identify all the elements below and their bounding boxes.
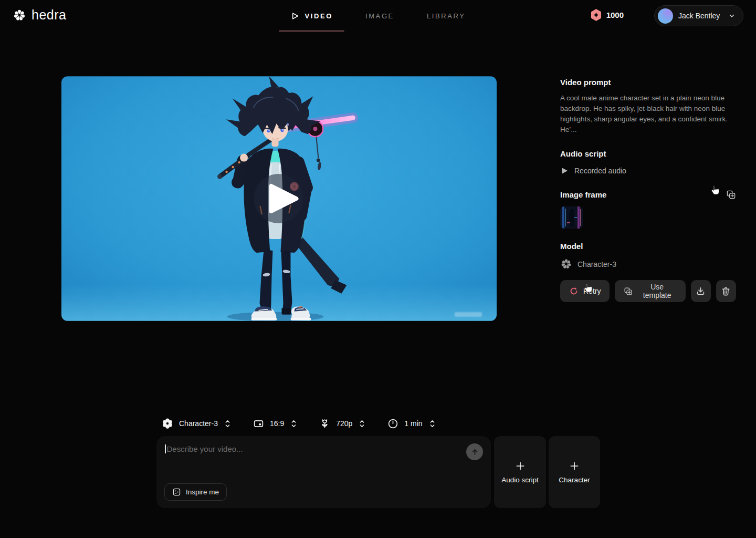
use-template-button[interactable]: Use template bbox=[615, 280, 685, 302]
play-outline-icon bbox=[291, 12, 300, 20]
macro-flower-icon bbox=[319, 418, 330, 429]
tab-label: IMAGE bbox=[365, 12, 394, 20]
sparkle-hexagon-icon bbox=[590, 8, 603, 22]
download-button[interactable] bbox=[691, 280, 711, 302]
recorded-audio-label: Recorded audio bbox=[574, 167, 626, 175]
model-select[interactable]: Character-3 bbox=[162, 418, 232, 429]
hedra-app: hedra VIDEO IMAGE LIBRARY 1000 bbox=[0, 0, 756, 538]
header: hedra VIDEO IMAGE LIBRARY 1000 bbox=[0, 0, 756, 32]
inspire-me-button[interactable]: Inspire me bbox=[164, 483, 227, 501]
aspect-ratio-select[interactable]: 16:9 bbox=[253, 418, 298, 429]
play-overlay-icon bbox=[254, 174, 303, 223]
model-title: Model bbox=[560, 242, 736, 251]
add-audio-script-button[interactable]: Audio script bbox=[494, 436, 546, 508]
copy-plus-icon bbox=[624, 286, 633, 296]
prompt-input[interactable]: Describe your video... bbox=[165, 444, 459, 453]
plus-icon bbox=[515, 461, 526, 471]
credits-count: 1000 bbox=[606, 11, 624, 19]
aspect-ratio-icon bbox=[253, 418, 264, 429]
tab-image[interactable]: IMAGE bbox=[365, 0, 394, 32]
clock-icon bbox=[387, 418, 398, 429]
arrow-up-icon bbox=[470, 448, 479, 457]
composer-settings: Character-3 16:9 720p bbox=[162, 415, 436, 432]
resolution-value: 720p bbox=[336, 419, 352, 428]
video-player[interactable] bbox=[61, 76, 497, 321]
aspect-ratio-value: 16:9 bbox=[270, 419, 284, 428]
add-character-button[interactable]: Character bbox=[549, 436, 600, 508]
video-prompt-title: Video prompt bbox=[560, 78, 736, 87]
profile-menu[interactable]: Jack Bentley bbox=[654, 5, 743, 26]
trash-icon bbox=[721, 286, 731, 296]
video-watermark bbox=[455, 312, 482, 317]
dice-icon bbox=[172, 488, 181, 496]
duration-select[interactable]: 1 min bbox=[387, 418, 436, 429]
image-frame-title: Image frame bbox=[560, 190, 606, 199]
video-thumbnail bbox=[61, 76, 497, 321]
logo-text: hedra bbox=[32, 7, 66, 23]
tab-label: VIDEO bbox=[305, 12, 333, 20]
logo[interactable]: hedra bbox=[13, 7, 66, 23]
chevron-updown-icon bbox=[290, 419, 298, 428]
image-frame-thumbnail[interactable] bbox=[560, 206, 583, 229]
chevron-updown-icon bbox=[428, 419, 436, 428]
flower-gear-icon bbox=[162, 418, 173, 429]
model-value: Character-3 bbox=[578, 260, 616, 268]
action-buttons: Retry Use template bbox=[560, 280, 736, 302]
main-tabs: VIDEO IMAGE LIBRARY bbox=[291, 0, 466, 32]
recorded-audio-row[interactable]: Recorded audio bbox=[560, 167, 736, 175]
tab-library[interactable]: LIBRARY bbox=[427, 0, 466, 32]
chevron-down-icon bbox=[728, 12, 736, 19]
model-row: Character-3 bbox=[560, 258, 736, 270]
model-select-value: Character-3 bbox=[179, 419, 218, 428]
user-name: Jack Bentley bbox=[678, 12, 723, 20]
generation-details: Video prompt A cool male anime character… bbox=[560, 78, 736, 302]
audio-script-title: Audio script bbox=[560, 149, 736, 158]
download-icon bbox=[696, 286, 706, 296]
copy-plus-icon[interactable] bbox=[726, 190, 736, 200]
prompt-placeholder: Describe your video... bbox=[167, 444, 243, 453]
play-filled-icon bbox=[560, 167, 569, 175]
avatar bbox=[658, 8, 673, 24]
plus-icon bbox=[569, 461, 580, 471]
duration-value: 1 min bbox=[404, 419, 422, 428]
model-flower-icon bbox=[560, 258, 572, 270]
hedra-flower-icon bbox=[13, 8, 26, 22]
text-caret bbox=[165, 444, 166, 453]
chevron-updown-icon bbox=[224, 419, 232, 428]
delete-button[interactable] bbox=[716, 280, 736, 302]
prompt-composer: Describe your video... Inspire me bbox=[156, 436, 491, 508]
chevron-updown-icon bbox=[358, 419, 366, 428]
video-prompt-text[interactable]: A cool male anime character set in a pla… bbox=[560, 93, 736, 135]
credits-badge[interactable]: 1000 bbox=[590, 8, 624, 22]
tab-video[interactable]: VIDEO bbox=[291, 0, 333, 32]
retry-button[interactable]: Retry bbox=[560, 280, 610, 302]
submit-button[interactable] bbox=[466, 443, 483, 460]
refresh-icon bbox=[569, 286, 579, 296]
resolution-select[interactable]: 720p bbox=[319, 418, 366, 429]
tab-label: LIBRARY bbox=[427, 12, 466, 20]
